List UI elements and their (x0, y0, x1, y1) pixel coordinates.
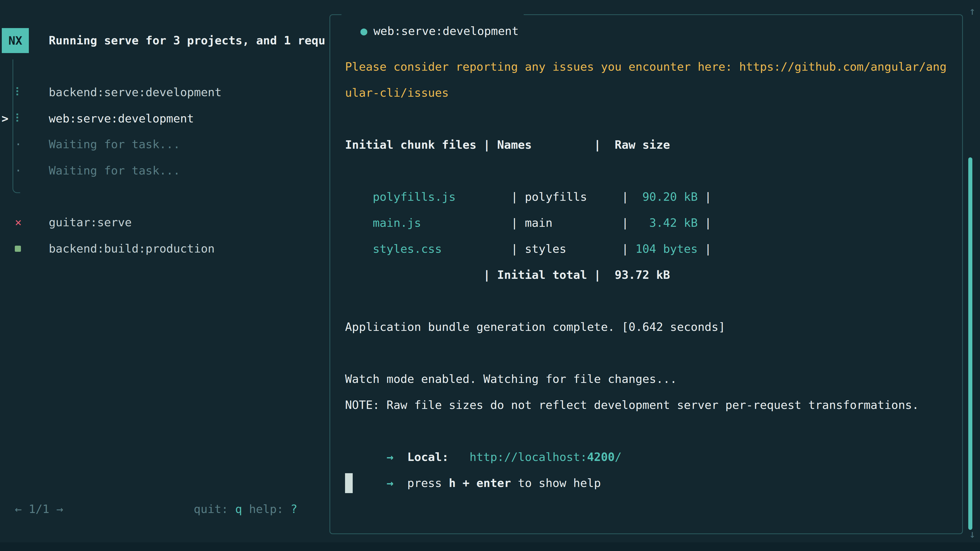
failed-x-icon: × (15, 210, 22, 235)
notice-line-2: ular-cli/issues (345, 80, 958, 106)
nx-logo: NX (2, 28, 29, 53)
spinner-icon: ⠇ (15, 106, 23, 132)
scrollbar-thumb[interactable] (968, 157, 972, 530)
running-bullet-icon: ● (360, 24, 367, 38)
task-item-guitar-serve[interactable]: × guitar:serve (0, 210, 329, 235)
task-item-web-serve-selected[interactable]: > ⠇ web:serve:development (0, 106, 329, 132)
chunk-table-header: Initial chunk files | Names | Raw size (345, 132, 958, 158)
sidebar-heading: Running serve for 3 projects, and 1 requ (49, 27, 329, 54)
terminal-output: Please consider reporting any issues you… (345, 54, 958, 496)
selection-chevron-icon: > (2, 106, 8, 132)
task-label: guitar:serve (49, 210, 132, 235)
task-item-waiting-1[interactable]: · Waiting for task... (0, 131, 329, 157)
chunk-row-styles: styles.css | styles | 104 bytes | (345, 210, 958, 236)
cursor-line (345, 470, 958, 496)
blank-line (345, 106, 958, 132)
blank-line (345, 340, 958, 366)
blank-line (345, 236, 958, 262)
chunk-table-total: | Initial total | 93.72 kB (345, 262, 958, 288)
task-item-backend-serve[interactable]: ⠇ backend:serve:development (0, 79, 329, 105)
window-edge (0, 542, 980, 551)
keyboard-hints: quit: q help: ? (194, 496, 298, 522)
quit-hint-label: quit: (194, 502, 235, 516)
task-label: backend:serve:development (49, 79, 221, 105)
terminal-cursor (345, 473, 353, 493)
panel-title: ●web:serve:development (342, 6, 524, 23)
notice-line-1: Please consider reporting any issues you… (345, 54, 958, 80)
blank-line (345, 288, 958, 314)
watch-mode-message: Watch mode enabled. Watching for file ch… (345, 366, 958, 392)
panel-title-text: web:serve:development (373, 24, 519, 38)
success-square-icon (15, 246, 21, 252)
pagination[interactable]: ← 1/1 → (15, 496, 63, 522)
quit-key: q (235, 502, 242, 516)
tasks-sidebar: NX Running serve for 3 projects, and 1 r… (0, 0, 329, 551)
chunk-row-main: main.js | main | 3.42 kB | (345, 184, 958, 210)
local-url-line: → Local: http://localhost:4200/ (345, 418, 958, 444)
task-label: backend:build:production (49, 236, 215, 262)
scroll-down-arrow[interactable]: ↓ (966, 526, 978, 542)
chunk-row-polyfills: polyfills.js | polyfills | 90.20 kB | (345, 158, 958, 184)
task-label: Waiting for task... (49, 131, 180, 157)
waiting-dot-icon: · (15, 158, 22, 184)
task-label: web:serve:development (49, 106, 194, 132)
help-hint-label: help: (242, 502, 291, 516)
note-message: NOTE: Raw file sizes do not reflect deve… (345, 392, 958, 418)
task-item-backend-build[interactable]: backend:build:production (0, 236, 329, 262)
help-key: ? (290, 502, 298, 516)
spinner-icon: ⠇ (15, 79, 23, 105)
scroll-up-arrow[interactable]: ↑ (966, 3, 978, 19)
waiting-dot-icon: · (15, 131, 22, 157)
task-item-waiting-2[interactable]: · Waiting for task... (0, 158, 329, 184)
task-label: Waiting for task... (49, 158, 180, 184)
help-hint-line: → press h + enter to show help (345, 444, 958, 470)
bundle-complete-message: Application bundle generation complete. … (345, 314, 958, 340)
